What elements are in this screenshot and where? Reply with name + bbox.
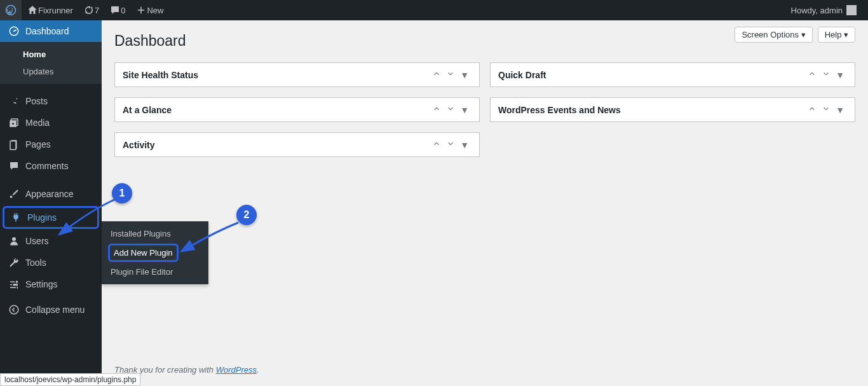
main-content: Screen Options ▾ Help ▾ Dashboard Site H… xyxy=(102,20,868,386)
sidebar-item-label: Pages xyxy=(25,139,51,149)
panel-title: Quick Draft xyxy=(498,70,805,80)
new-label: New xyxy=(147,6,163,15)
annotation-badge-2: 2 xyxy=(236,205,257,225)
sidebar-item-label: Collapse menu xyxy=(25,305,85,315)
sidebar-item-pages[interactable]: Pages xyxy=(0,134,102,155)
sidebar-item-label: Plugins xyxy=(27,212,57,223)
sidebar-item-dashboard[interactable]: Dashboard xyxy=(0,20,102,42)
sidebar-item-label: Users xyxy=(25,236,49,246)
chevron-down-icon[interactable] xyxy=(444,104,458,115)
svg-rect-8 xyxy=(10,141,16,150)
dashboard-icon xyxy=(8,25,20,37)
site-name-label: Fixrunner xyxy=(38,6,73,15)
wp-logo-menu[interactable] xyxy=(0,0,22,20)
new-content-link[interactable]: New xyxy=(130,0,168,20)
browser-statusbar: localhost/joevics/wp-admin/plugins.php xyxy=(0,373,140,386)
wordpress-icon xyxy=(5,4,17,16)
panel-site-health[interactable]: Site Health Status ▼ xyxy=(114,62,480,87)
wordpress-link[interactable]: WordPress xyxy=(216,365,257,375)
caret-down-icon[interactable]: ▼ xyxy=(833,70,847,80)
sidebar-item-label: Settings xyxy=(25,279,58,289)
caret-down-icon[interactable]: ▼ xyxy=(458,105,471,115)
chevron-up-icon[interactable] xyxy=(430,139,444,150)
user-icon xyxy=(8,235,20,247)
flyout-item-plugin-file-editor[interactable]: Plugin File Editor xyxy=(102,263,208,280)
home-icon xyxy=(27,4,38,16)
updates-count: 7 xyxy=(95,6,99,15)
panel-title: At a Glance xyxy=(123,105,430,115)
panel-title: Site Health Status xyxy=(123,70,430,80)
collapse-menu-button[interactable]: Collapse menu xyxy=(0,299,102,321)
comments-count: 0 xyxy=(121,6,125,15)
panel-activity[interactable]: Activity ▼ xyxy=(114,132,480,157)
caret-down-icon[interactable]: ▼ xyxy=(833,105,847,115)
chevron-up-icon[interactable] xyxy=(430,104,444,115)
submenu-item-home[interactable]: Home xyxy=(0,46,102,63)
dashboard-submenu: Home Updates xyxy=(0,42,102,84)
caret-down-icon[interactable]: ▼ xyxy=(458,140,471,150)
annotation-badge-1: 1 xyxy=(112,183,132,203)
sidebar-item-label: Posts xyxy=(25,96,48,106)
chevron-up-icon[interactable] xyxy=(805,104,819,115)
sliders-icon xyxy=(8,279,20,290)
brush-icon xyxy=(8,188,20,200)
plus-icon xyxy=(135,4,147,16)
chevron-down-icon: ▾ xyxy=(844,30,848,39)
chevron-down-icon[interactable] xyxy=(444,69,458,80)
chevron-up-icon[interactable] xyxy=(805,69,819,80)
chevron-down-icon[interactable] xyxy=(819,104,833,115)
svg-point-10 xyxy=(10,305,18,314)
updates-link[interactable]: 7 xyxy=(78,0,104,20)
comments-link[interactable]: 0 xyxy=(104,0,130,20)
sidebar-item-tools[interactable]: Tools xyxy=(0,252,102,273)
panel-wp-events-news[interactable]: WordPress Events and News ▼ xyxy=(490,97,855,122)
comment-icon xyxy=(109,4,121,16)
sidebar-item-label: Comments xyxy=(25,161,69,171)
flyout-item-add-new-plugin[interactable]: Add New Plugin xyxy=(108,244,179,262)
chevron-down-icon[interactable] xyxy=(444,139,458,150)
comment-icon xyxy=(8,160,20,172)
panel-title: WordPress Events and News xyxy=(498,105,805,115)
svg-point-6 xyxy=(12,123,14,125)
screen-options-button[interactable]: Screen Options ▾ xyxy=(735,27,812,43)
panel-quick-draft[interactable]: Quick Draft ▼ xyxy=(490,62,855,87)
plug-icon xyxy=(10,212,22,223)
sidebar-item-label: Media xyxy=(25,118,50,128)
caret-down-icon[interactable]: ▼ xyxy=(458,70,471,80)
site-name-link[interactable]: Fixrunner xyxy=(22,0,78,20)
sidebar-item-comments[interactable]: Comments xyxy=(0,155,102,177)
submenu-item-updates[interactable]: Updates xyxy=(0,63,102,80)
chevron-down-icon: ▾ xyxy=(801,30,806,39)
sidebar-item-label: Dashboard xyxy=(25,26,69,36)
svg-point-9 xyxy=(12,237,16,241)
howdy-label: Howdy, admin xyxy=(791,6,843,15)
annotation-arrow-1 xyxy=(60,197,118,235)
chevron-up-icon[interactable] xyxy=(430,69,444,80)
account-menu[interactable]: Howdy, admin xyxy=(786,0,862,20)
help-button[interactable]: Help ▾ xyxy=(818,27,855,43)
sidebar-item-posts[interactable]: Posts xyxy=(0,90,102,112)
avatar xyxy=(846,5,857,15)
admin-topbar: Fixrunner 7 0 New Howdy, admin xyxy=(0,0,868,20)
chevron-down-icon[interactable] xyxy=(819,69,833,80)
media-icon xyxy=(8,117,20,128)
sidebar-item-media[interactable]: Media xyxy=(0,112,102,134)
refresh-icon xyxy=(83,4,95,16)
sidebar-item-settings[interactable]: Settings xyxy=(0,273,102,295)
svg-point-2 xyxy=(13,31,15,32)
sidebar-item-label: Tools xyxy=(25,258,46,268)
annotation-arrow-2 xyxy=(184,220,241,252)
wrench-icon xyxy=(8,257,20,268)
page-icon xyxy=(8,139,20,150)
collapse-icon xyxy=(8,304,20,315)
panel-title: Activity xyxy=(123,140,430,150)
pin-icon xyxy=(8,95,20,107)
panel-at-a-glance[interactable]: At a Glance ▼ xyxy=(114,97,480,122)
